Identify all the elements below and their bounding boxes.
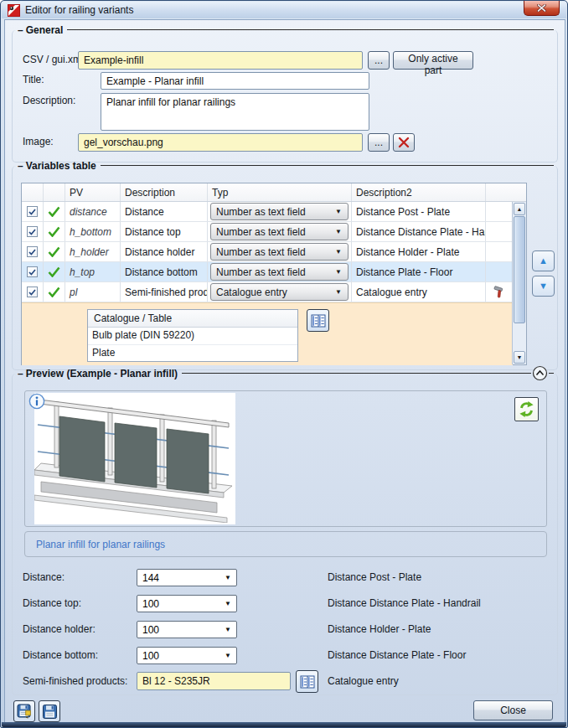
combo-value: 144: [142, 572, 159, 584]
csv-browse-button[interactable]: ...: [368, 51, 390, 70]
valid-check-icon: [48, 226, 60, 237]
move-row-down-button[interactable]: ▼: [532, 276, 555, 297]
dropdown-arrow-icon: ▼: [225, 626, 231, 633]
header-extra-col: [486, 183, 512, 201]
description-cell: Distance top: [121, 222, 208, 241]
save-icon: [42, 704, 58, 720]
param-label: Distance:: [23, 571, 65, 583]
titlebar[interactable]: Editor for railing variants: [2, 2, 566, 18]
description2-cell-editing[interactable]: Distance Plate - Floor: [352, 262, 486, 281]
description-cell: Semi-finished products: [121, 282, 208, 302]
collapse-preview-button[interactable]: [532, 365, 548, 381]
description-label: Description:: [23, 95, 75, 106]
table-row[interactable]: pl Semi-finished products Catalogue entr…: [22, 282, 526, 302]
catalogue-listbox: Catalogue / Table Bulb plate (DIN 59220)…: [87, 309, 298, 362]
pv-cell: h_holder: [65, 242, 121, 261]
param-hint: Distance Holder - Plate: [328, 623, 431, 635]
table-header: PV Description Typ Description2: [22, 183, 526, 202]
checkbox-check-icon: [28, 269, 36, 276]
collapse-chevron-icon: [532, 365, 548, 381]
typ-dropdown[interactable]: Number as text field▼: [210, 223, 349, 240]
variables-table: PV Description Typ Description2 distance…: [21, 183, 527, 365]
save-as-button[interactable]: [13, 700, 35, 722]
catalogue-list-item[interactable]: Bulb plate (DIN 59220): [88, 328, 297, 344]
close-button[interactable]: Close: [473, 700, 553, 720]
scroll-up-button[interactable]: ▲: [514, 203, 525, 215]
image-delete-button[interactable]: [393, 133, 415, 152]
image-input[interactable]: [78, 133, 363, 152]
pv-cell: distance: [65, 202, 121, 221]
window-frame-bottom: [2, 722, 566, 727]
description2-cell: Catalogue entry: [352, 282, 486, 302]
typ-dropdown[interactable]: Number as text field▼: [210, 243, 349, 261]
checkbox-check-icon: [28, 249, 36, 256]
checkbox-check-icon: [28, 289, 36, 296]
distance-bottom-combo[interactable]: 100▼: [137, 647, 237, 664]
header-pv[interactable]: PV: [65, 183, 121, 201]
catalogue-table-button[interactable]: [307, 309, 329, 332]
table-row[interactable]: distance Distance Number as text field▼ …: [22, 202, 526, 222]
typ-dropdown[interactable]: Number as text field▼: [210, 203, 349, 220]
table-row[interactable]: h_holder Distance holder Number as text …: [22, 242, 526, 262]
dropdown-arrow-icon: ▼: [335, 248, 342, 256]
table-row-selected[interactable]: h_top Distance bottom Number as text fie…: [22, 262, 526, 282]
header-typ[interactable]: Typ: [208, 183, 352, 201]
param-label: Distance top:: [23, 597, 81, 609]
row-checkbox[interactable]: [27, 206, 38, 217]
distance-top-combo[interactable]: 100▼: [137, 595, 237, 612]
pv-cell: h_top: [65, 262, 121, 281]
checkbox-check-icon: [28, 209, 36, 215]
railing-preview-image: [34, 393, 235, 524]
typ-value: Number as text field: [216, 266, 306, 278]
title-label: Title:: [23, 74, 44, 85]
title-input[interactable]: [101, 72, 369, 90]
csv-input[interactable]: [78, 51, 363, 70]
table-row[interactable]: h_bottom Distance top Number as text fie…: [22, 222, 526, 242]
group-rule: [101, 165, 554, 166]
group-rule: [67, 29, 554, 30]
info-button[interactable]: [28, 393, 45, 410]
description-cell: Distance holder: [121, 242, 208, 261]
row-checkbox[interactable]: [27, 246, 38, 257]
distance-holder-combo[interactable]: 100▼: [137, 621, 237, 638]
dialog-body: – General CSV / gui.xml: ... Only active…: [4, 19, 565, 723]
param-hint: Distance Distance Plate - Handrail: [328, 597, 481, 609]
catalogue-table-icon: [311, 313, 326, 328]
scroll-down-button[interactable]: ▼: [514, 351, 525, 364]
only-active-part-button[interactable]: Only active part: [393, 51, 473, 70]
table-scrollbar[interactable]: ▲ ▼: [512, 202, 526, 364]
refresh-preview-button[interactable]: [514, 397, 539, 421]
hammer-tool-icon[interactable]: [486, 282, 512, 302]
distance-combo[interactable]: 144▼: [137, 569, 237, 586]
description2-cell: Distance Holder - Plate: [352, 242, 486, 261]
combo-value: 100: [142, 650, 159, 662]
general-group-header: – General: [16, 23, 554, 36]
scrollbar-thumb[interactable]: [514, 216, 525, 323]
typ-value: Number as text field: [216, 226, 306, 238]
header-description[interactable]: Description: [121, 183, 208, 201]
variables-group-title: Variables table: [26, 160, 96, 172]
semi-finished-input[interactable]: [137, 672, 291, 690]
typ-dropdown[interactable]: Number as text field▼: [210, 263, 349, 281]
window-close-button[interactable]: [524, 1, 560, 16]
catalogue-list-item[interactable]: Plate: [88, 344, 297, 361]
valid-check-icon: [48, 246, 60, 257]
row-extra-cell: [486, 222, 512, 241]
typ-dropdown[interactable]: Catalogue entry▼: [210, 283, 349, 301]
image-browse-button[interactable]: ...: [368, 133, 390, 152]
group-rule: [182, 373, 531, 374]
row-extra-cell: [486, 202, 512, 221]
description-input[interactable]: Planar infill for planar railings: [101, 93, 369, 131]
semi-finished-catalogue-button[interactable]: [296, 670, 318, 693]
header-checkbox-col: [22, 183, 44, 201]
delete-x-icon: [398, 137, 410, 148]
preview-description-box: Planar infill for planar railings: [24, 531, 547, 557]
move-row-up-button[interactable]: ▲: [532, 250, 555, 271]
row-extra-cell: [486, 262, 512, 281]
row-checkbox[interactable]: [27, 226, 38, 237]
row-checkbox[interactable]: [27, 266, 38, 277]
header-description2[interactable]: Description2: [352, 183, 486, 201]
dropdown-arrow-icon: ▼: [225, 600, 231, 607]
row-checkbox[interactable]: [27, 287, 38, 297]
save-button[interactable]: [39, 700, 60, 722]
